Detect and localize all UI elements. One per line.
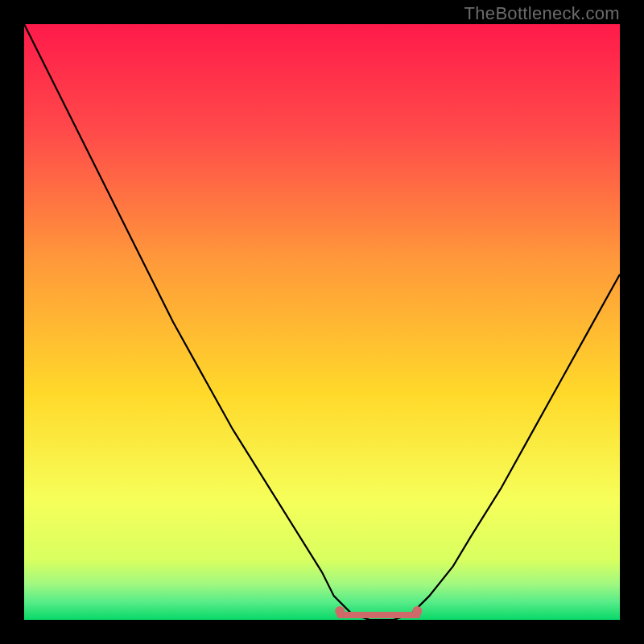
plot-area [24, 24, 620, 620]
watermark-text: TheBottleneck.com [464, 3, 620, 24]
curve-path [24, 24, 620, 620]
bottleneck-curve [24, 24, 620, 620]
optimal-range-start-marker [335, 606, 345, 616]
chart-frame: TheBottleneck.com [0, 0, 644, 644]
optimal-range-end-marker [412, 606, 422, 616]
